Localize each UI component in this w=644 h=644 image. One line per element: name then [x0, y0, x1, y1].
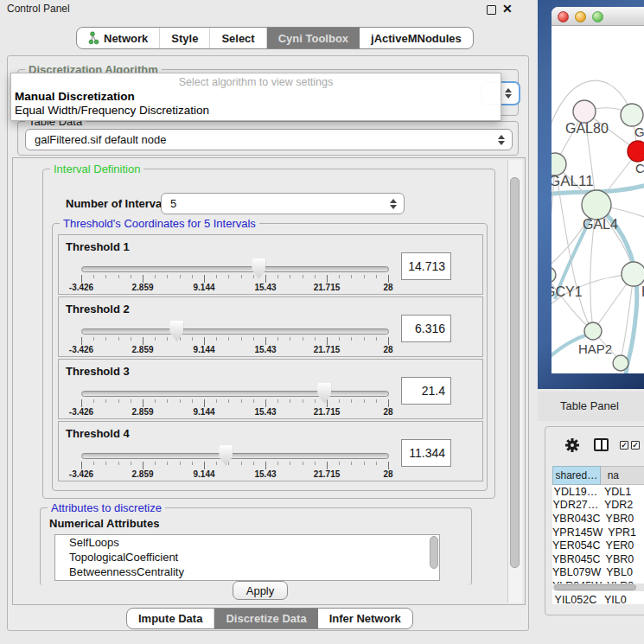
- threshold-3-slider-handle[interactable]: [317, 383, 331, 404]
- table-row[interactable]: YBR045CYBR0: [552, 552, 644, 566]
- tick-label: 9.144: [193, 407, 214, 417]
- tick-label: 28: [383, 407, 392, 417]
- list-item[interactable]: TopologicalCoefficient: [55, 550, 439, 564]
- option-manual-discretization[interactable]: Manual Discretization: [15, 90, 135, 103]
- table-data-group: Table Data galFiltered.sif default node: [17, 121, 519, 156]
- tick-label: 21.715: [314, 469, 341, 479]
- node-table[interactable]: shared… na YDL19…YDL1 YDR27…YDR2 YBR043C…: [552, 466, 644, 604]
- svg-text:GAL4: GAL4: [583, 217, 618, 232]
- tab-jactivemnodules[interactable]: jActiveMNodules: [360, 28, 473, 48]
- number-of-intervals-label: Number of Intervals: [66, 197, 171, 210]
- numerical-attributes-list[interactable]: SelfLoops TopologicalCoefficient Between…: [54, 534, 440, 581]
- list-item[interactable]: BetweennessCentrality: [55, 564, 439, 579]
- network-window-titlebar: [552, 7, 644, 26]
- column-header-shared-name[interactable]: shared…: [552, 466, 601, 485]
- control-panel-titlebar: Control Panel ✕: [0, 0, 538, 17]
- svg-text:C: C: [635, 161, 644, 175]
- network-canvas[interactable]: GAL80 GA C GAL11 GAL4 GCY1 H HAP2: [552, 26, 644, 373]
- network-node[interactable]: [613, 355, 628, 371]
- close-icon[interactable]: ✕: [502, 0, 513, 17]
- zoom-traffic-light-icon[interactable]: [592, 11, 603, 22]
- table-panel-body: ✓ ✓ shared… na YDL19…YDL1 YDR27…YDR2 YBR…: [545, 426, 644, 615]
- threshold-1-slider-handle[interactable]: [252, 258, 265, 279]
- network-node[interactable]: [582, 190, 611, 220]
- table-data-combobox[interactable]: galFiltered.sif default node: [25, 129, 513, 150]
- tick-label: 2.859: [131, 283, 153, 292]
- number-of-intervals-value: 5: [170, 197, 176, 210]
- threshold-4-box: Threshold 4 -3.426 2.859 9.144 15.43 21.…: [58, 421, 483, 481]
- tab-cyni-toolbox-label: Cyni Toolbox: [278, 32, 348, 45]
- network-node[interactable]: [573, 100, 596, 123]
- threshold-2-value-field[interactable]: 6.316: [401, 315, 451, 342]
- threshold-3-value-field[interactable]: 21.4: [401, 377, 451, 405]
- checkbox-icon[interactable]: ✓: [631, 441, 640, 450]
- combobox-arrows-icon: [390, 199, 397, 209]
- network-node[interactable]: [584, 322, 602, 340]
- tick-label: -3.426: [69, 407, 93, 417]
- network-node-selected[interactable]: [628, 141, 644, 162]
- network-node[interactable]: [622, 262, 644, 286]
- tab-network[interactable]: Network: [77, 28, 159, 48]
- screen: Control Panel ✕ Network Style Select Cyn…: [0, 0, 644, 644]
- tick-label: 9.144: [193, 469, 214, 479]
- tab-cyni-toolbox[interactable]: Cyni Toolbox: [266, 28, 360, 48]
- network-nodes[interactable]: [552, 100, 644, 371]
- table-data-combobox-value: galFiltered.sif default node: [35, 133, 166, 146]
- apply-button[interactable]: Apply: [233, 581, 288, 600]
- table-row[interactable]: YER054CYER0: [552, 539, 644, 552]
- table-row[interactable]: YDR27…YDR2: [552, 499, 644, 513]
- svg-text:GA: GA: [634, 124, 644, 139]
- bottom-tabbar: Impute Data Discretize Data Infer Networ…: [126, 608, 413, 629]
- tab-infer-network-label: Infer Network: [329, 612, 401, 625]
- tick-label: 2.859: [131, 407, 153, 417]
- attributes-group: Attributes to discretize Numerical Attri…: [40, 507, 472, 585]
- combobox-arrows-icon: [498, 135, 505, 145]
- threshold-1-value-field[interactable]: 14.713: [401, 252, 451, 280]
- float-window-icon[interactable]: [487, 5, 496, 15]
- threshold-4-slider-handle[interactable]: [219, 445, 233, 466]
- threshold-4-value-field[interactable]: 11.344: [401, 439, 451, 467]
- settings-scroll-panel: Interval Definition Number of Intervals …: [12, 157, 526, 605]
- threshold-2-slider-handle[interactable]: [169, 321, 183, 341]
- tab-select[interactable]: Select: [209, 28, 265, 48]
- tick-label: 2.859: [131, 469, 153, 479]
- number-of-intervals-combobox[interactable]: 5: [161, 193, 405, 214]
- checkbox-icon[interactable]: ✓: [620, 441, 628, 450]
- table-hscrollbar-thumb[interactable]: [554, 584, 636, 590]
- interval-definition-title: Interval Definition: [50, 163, 143, 175]
- network-window[interactable]: GAL80 GA C GAL11 GAL4 GCY1 H HAP2: [552, 7, 644, 373]
- network-node[interactable]: [621, 104, 643, 126]
- numerical-attributes-label: Numerical Attributes: [49, 517, 159, 530]
- network-node[interactable]: [552, 267, 556, 283]
- tab-discretize-data-label: Discretize Data: [226, 612, 306, 625]
- option-equal-width-frequency[interactable]: Equal Width/Frequency Discretization: [15, 104, 209, 117]
- close-traffic-light-icon[interactable]: [558, 11, 569, 22]
- table-row[interactable]: YPR145WYPR1: [552, 526, 644, 539]
- minimize-traffic-light-icon[interactable]: [575, 11, 586, 22]
- tab-infer-network[interactable]: Infer Network: [318, 609, 412, 628]
- right-region: GAL80 GA C GAL11 GAL4 GCY1 H HAP2 Table …: [538, 0, 644, 644]
- table-row[interactable]: YDL19…YDL1: [552, 485, 644, 499]
- column-header-name[interactable]: na: [601, 466, 644, 485]
- table-hscrollbar-track[interactable]: [552, 583, 644, 591]
- table-row[interactable]: YIL052CYIL0: [552, 593, 644, 604]
- table-row[interactable]: YBR043CYBR0: [552, 512, 644, 526]
- tick-label: 15.43: [254, 469, 276, 479]
- gear-icon[interactable]: [564, 437, 580, 453]
- table-row[interactable]: YBL079WYBL0: [552, 566, 644, 580]
- network-window-frame: GAL80 GA C GAL11 GAL4 GCY1 H HAP2: [538, 0, 644, 389]
- tab-impute-data[interactable]: Impute Data: [127, 609, 214, 628]
- split-panel-icon[interactable]: [594, 438, 609, 451]
- threshold-3-box: Threshold 3 -3.426 2.859 9.144 15.43 21.…: [58, 359, 483, 419]
- list-item[interactable]: SelfLoops: [55, 535, 439, 550]
- tab-impute-data-label: Impute Data: [138, 612, 202, 625]
- attributes-group-title: Attributes to discretize: [48, 501, 165, 514]
- tab-discretize-data[interactable]: Discretize Data: [214, 609, 317, 628]
- tab-jactivemnodules-label: jActiveMNodules: [371, 32, 462, 45]
- tick-label: 15.43: [254, 283, 276, 292]
- main-scrollbar-thumb[interactable]: [510, 177, 520, 568]
- tab-style-label: Style: [171, 32, 198, 45]
- list-scrollbar-thumb[interactable]: [430, 536, 438, 569]
- tick-label: -3.426: [69, 283, 93, 292]
- tab-style[interactable]: Style: [159, 28, 209, 48]
